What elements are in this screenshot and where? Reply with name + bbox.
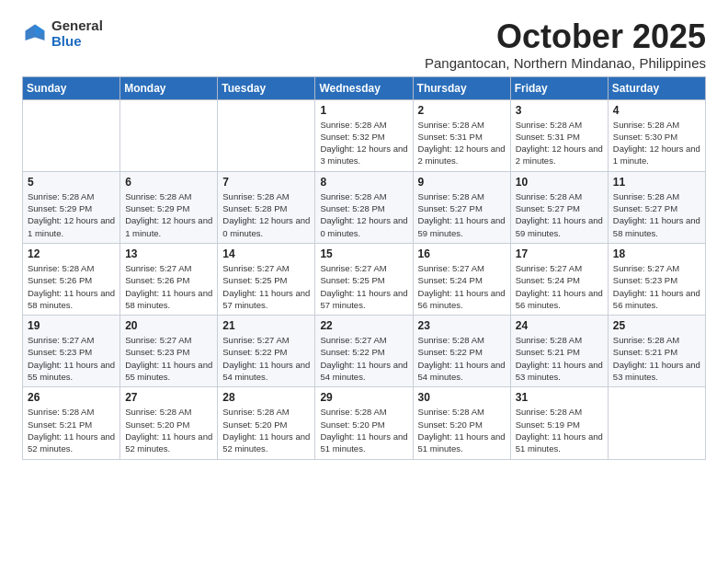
day-info: Sunrise: 5:28 AM Sunset: 5:31 PM Dayligh… <box>516 119 603 167</box>
calendar-cell: 20Sunrise: 5:27 AM Sunset: 5:23 PM Dayli… <box>120 316 218 387</box>
week-row: 26Sunrise: 5:28 AM Sunset: 5:21 PM Dayli… <box>23 387 706 459</box>
calendar-cell: 25Sunrise: 5:28 AM Sunset: 5:21 PM Dayli… <box>608 316 705 387</box>
day-info: Sunrise: 5:28 AM Sunset: 5:30 PM Dayligh… <box>613 119 700 167</box>
day-info: Sunrise: 5:27 AM Sunset: 5:23 PM Dayligh… <box>125 334 212 383</box>
calendar-cell: 22Sunrise: 5:27 AM Sunset: 5:22 PM Dayli… <box>315 316 413 387</box>
day-number: 9 <box>418 176 506 189</box>
calendar-cell: 27Sunrise: 5:28 AM Sunset: 5:20 PM Dayli… <box>120 387 218 459</box>
calendar-cell: 7Sunrise: 5:28 AM Sunset: 5:28 PM Daylig… <box>218 171 315 243</box>
day-number: 1 <box>320 104 407 117</box>
day-info: Sunrise: 5:28 AM Sunset: 5:21 PM Dayligh… <box>28 406 115 454</box>
day-info: Sunrise: 5:28 AM Sunset: 5:20 PM Dayligh… <box>320 406 407 454</box>
day-info: Sunrise: 5:28 AM Sunset: 5:27 PM Dayligh… <box>516 190 603 239</box>
day-number: 7 <box>222 176 310 189</box>
day-number: 20 <box>125 319 212 332</box>
calendar-cell: 19Sunrise: 5:27 AM Sunset: 5:23 PM Dayli… <box>23 316 120 387</box>
day-number: 22 <box>320 319 407 332</box>
day-number: 14 <box>222 247 310 260</box>
day-info: Sunrise: 5:28 AM Sunset: 5:28 PM Dayligh… <box>222 190 310 239</box>
weekday-header: Wednesday <box>315 76 413 99</box>
day-number: 18 <box>613 247 700 260</box>
day-info: Sunrise: 5:27 AM Sunset: 5:25 PM Dayligh… <box>320 262 407 311</box>
weekday-header: Tuesday <box>218 76 315 99</box>
day-info: Sunrise: 5:28 AM Sunset: 5:20 PM Dayligh… <box>125 406 212 454</box>
day-number: 8 <box>320 176 407 189</box>
calendar-cell: 5Sunrise: 5:28 AM Sunset: 5:29 PM Daylig… <box>23 171 120 243</box>
calendar-cell: 1Sunrise: 5:28 AM Sunset: 5:32 PM Daylig… <box>315 99 413 171</box>
calendar-table: SundayMondayTuesdayWednesdayThursdayFrid… <box>22 76 706 460</box>
day-info: Sunrise: 5:28 AM Sunset: 5:20 PM Dayligh… <box>222 406 310 454</box>
calendar-cell: 16Sunrise: 5:27 AM Sunset: 5:24 PM Dayli… <box>413 243 510 315</box>
day-number: 17 <box>516 247 603 260</box>
calendar-cell: 31Sunrise: 5:28 AM Sunset: 5:19 PM Dayli… <box>510 387 608 459</box>
logo-icon <box>22 21 48 47</box>
day-number: 29 <box>320 391 407 404</box>
day-number: 28 <box>222 391 310 404</box>
calendar-cell: 9Sunrise: 5:28 AM Sunset: 5:27 PM Daylig… <box>413 171 510 243</box>
day-info: Sunrise: 5:28 AM Sunset: 5:27 PM Dayligh… <box>613 190 700 239</box>
day-number: 31 <box>516 391 603 404</box>
calendar-cell: 23Sunrise: 5:28 AM Sunset: 5:22 PM Dayli… <box>413 316 510 387</box>
day-info: Sunrise: 5:27 AM Sunset: 5:25 PM Dayligh… <box>222 262 310 311</box>
day-number: 30 <box>418 391 506 404</box>
weekday-header: Monday <box>120 76 218 99</box>
day-number: 21 <box>222 319 310 332</box>
calendar-cell: 28Sunrise: 5:28 AM Sunset: 5:20 PM Dayli… <box>218 387 315 459</box>
day-info: Sunrise: 5:28 AM Sunset: 5:26 PM Dayligh… <box>28 262 115 311</box>
day-info: Sunrise: 5:28 AM Sunset: 5:28 PM Dayligh… <box>320 190 407 239</box>
calendar-cell: 8Sunrise: 5:28 AM Sunset: 5:28 PM Daylig… <box>315 171 413 243</box>
day-info: Sunrise: 5:27 AM Sunset: 5:26 PM Dayligh… <box>125 262 212 311</box>
calendar-cell: 12Sunrise: 5:28 AM Sunset: 5:26 PM Dayli… <box>23 243 120 315</box>
day-info: Sunrise: 5:27 AM Sunset: 5:24 PM Dayligh… <box>516 262 603 311</box>
day-number: 25 <box>613 319 700 332</box>
day-number: 23 <box>418 319 506 332</box>
day-number: 12 <box>28 247 115 260</box>
week-row: 5Sunrise: 5:28 AM Sunset: 5:29 PM Daylig… <box>23 171 706 243</box>
day-number: 5 <box>28 176 115 189</box>
day-number: 2 <box>418 104 506 117</box>
day-info: Sunrise: 5:27 AM Sunset: 5:22 PM Dayligh… <box>320 334 407 383</box>
day-number: 15 <box>320 247 407 260</box>
day-number: 27 <box>125 391 212 404</box>
day-number: 11 <box>613 176 700 189</box>
calendar-cell: 10Sunrise: 5:28 AM Sunset: 5:27 PM Dayli… <box>510 171 608 243</box>
calendar-cell: 11Sunrise: 5:28 AM Sunset: 5:27 PM Dayli… <box>608 171 705 243</box>
calendar-cell: 2Sunrise: 5:28 AM Sunset: 5:31 PM Daylig… <box>413 99 510 171</box>
day-number: 16 <box>418 247 506 260</box>
day-number: 6 <box>125 176 212 189</box>
day-info: Sunrise: 5:28 AM Sunset: 5:29 PM Dayligh… <box>125 190 212 239</box>
calendar-cell: 30Sunrise: 5:28 AM Sunset: 5:20 PM Dayli… <box>413 387 510 459</box>
title-block: October 2025 Pangantocan, Northern Minda… <box>425 18 706 71</box>
weekday-header: Saturday <box>608 76 705 99</box>
calendar-cell: 3Sunrise: 5:28 AM Sunset: 5:31 PM Daylig… <box>510 99 608 171</box>
calendar-cell: 18Sunrise: 5:27 AM Sunset: 5:23 PM Dayli… <box>608 243 705 315</box>
day-number: 13 <box>125 247 212 260</box>
day-number: 4 <box>613 104 700 117</box>
calendar-cell <box>120 99 218 171</box>
day-number: 24 <box>516 319 603 332</box>
calendar-cell: 4Sunrise: 5:28 AM Sunset: 5:30 PM Daylig… <box>608 99 705 171</box>
day-info: Sunrise: 5:28 AM Sunset: 5:31 PM Dayligh… <box>418 119 506 167</box>
day-info: Sunrise: 5:28 AM Sunset: 5:27 PM Dayligh… <box>418 190 506 239</box>
day-number: 26 <box>28 391 115 404</box>
week-row: 19Sunrise: 5:27 AM Sunset: 5:23 PM Dayli… <box>23 316 706 387</box>
day-number: 10 <box>516 176 603 189</box>
weekday-header: Sunday <box>23 76 120 99</box>
page-header: General Blue October 2025 Pangantocan, N… <box>22 18 706 71</box>
calendar-cell: 13Sunrise: 5:27 AM Sunset: 5:26 PM Dayli… <box>120 243 218 315</box>
calendar-cell: 14Sunrise: 5:27 AM Sunset: 5:25 PM Dayli… <box>218 243 315 315</box>
day-info: Sunrise: 5:27 AM Sunset: 5:23 PM Dayligh… <box>613 262 700 311</box>
weekday-header-row: SundayMondayTuesdayWednesdayThursdayFrid… <box>23 76 706 99</box>
weekday-header: Thursday <box>413 76 510 99</box>
calendar-cell: 17Sunrise: 5:27 AM Sunset: 5:24 PM Dayli… <box>510 243 608 315</box>
calendar-cell: 21Sunrise: 5:27 AM Sunset: 5:22 PM Dayli… <box>218 316 315 387</box>
calendar-cell: 24Sunrise: 5:28 AM Sunset: 5:21 PM Dayli… <box>510 316 608 387</box>
day-number: 19 <box>28 319 115 332</box>
day-info: Sunrise: 5:27 AM Sunset: 5:24 PM Dayligh… <box>418 262 506 311</box>
calendar-cell: 29Sunrise: 5:28 AM Sunset: 5:20 PM Dayli… <box>315 387 413 459</box>
logo-blue: Blue <box>51 34 103 50</box>
day-info: Sunrise: 5:27 AM Sunset: 5:23 PM Dayligh… <box>28 334 115 383</box>
calendar-cell <box>23 99 120 171</box>
calendar-cell <box>218 99 315 171</box>
day-info: Sunrise: 5:28 AM Sunset: 5:21 PM Dayligh… <box>516 334 603 383</box>
